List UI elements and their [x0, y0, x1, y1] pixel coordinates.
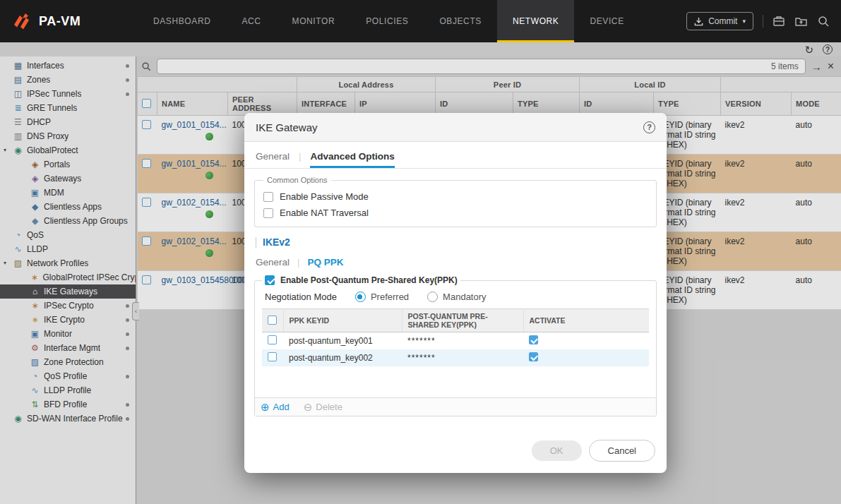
clear-filter-icon[interactable]: × [828, 61, 834, 72]
add-ppk-button[interactable]: ⊕ Add [261, 402, 290, 412]
gateway-link[interactable]: gw_0102_0154... [162, 198, 227, 208]
col-peer-address[interactable]: PEER ADDRESS [228, 92, 297, 116]
gateway-link[interactable]: gw_0103_01545800004 [162, 275, 253, 285]
sidebar-item-label: IPSec Crypto [44, 301, 94, 311]
gateway-link[interactable]: gw_0101_0154... [162, 159, 227, 169]
sidebar-item-ike-gateways[interactable]: ⌂IKE Gateways [0, 284, 136, 299]
col-local-id[interactable]: ID [580, 92, 654, 116]
sidebar-item-label: Monitor [44, 329, 72, 339]
enable-passive-mode-checkbox[interactable] [263, 192, 273, 202]
sidebar-item-qos[interactable]: ◔QoS [0, 228, 136, 242]
row-checkbox[interactable] [142, 159, 151, 168]
sidebar-item-ipsec-crypto[interactable]: ∗IPSec Crypto [0, 299, 136, 313]
sidebar-item-gre-tunnels[interactable]: ≣GRE Tunnels [0, 101, 136, 115]
ike-gateway-dialog: IKE Gateway ? General | Advanced Options… [244, 113, 667, 473]
sidebar-item-portals[interactable]: ◈Portals [0, 157, 136, 172]
col-peer-id[interactable]: ID [436, 92, 513, 116]
gateway-name-cell: gw_0103_01545800004 [157, 271, 228, 310]
nav-item-network[interactable]: NETWORK [497, 0, 575, 42]
apply-filter-icon[interactable]: → [811, 61, 822, 73]
nav-item-acc[interactable]: ACC [226, 0, 276, 42]
sidebar-item-interfaces[interactable]: ▦Interfaces [0, 59, 136, 73]
sidebar-item-sd-wan-interface-profile[interactable]: ◉SD-WAN Interface Profile [0, 412, 136, 426]
search-icon[interactable] [817, 15, 830, 28]
dialog-tabs: General | Advanced Options [244, 142, 667, 169]
row-checkbox[interactable] [142, 236, 151, 246]
help-icon[interactable]: ? [823, 44, 833, 54]
sidebar-item-lldp[interactable]: ∿LLDP [0, 242, 136, 256]
sidebar-item-zone-protection[interactable]: ▨Zone Protection [0, 355, 136, 369]
commit-button[interactable]: Commit ▾ [686, 12, 753, 30]
ok-button[interactable]: OK [532, 440, 582, 461]
ppk-activate-checkbox[interactable] [529, 352, 538, 361]
sidebar-item-clientless-apps[interactable]: ◆Clientless Apps [0, 200, 136, 214]
delete-ppk-button[interactable]: ⊖ Delete [304, 402, 342, 412]
sidebar-item-label: Portals [44, 160, 70, 169]
subtab-pq-ppk[interactable]: PQ PPK [308, 257, 344, 268]
row-checkbox[interactable] [142, 275, 151, 284]
nav-item-device[interactable]: DEVICE [574, 0, 639, 42]
gateway-link[interactable]: gw_0101_0154... [162, 120, 227, 130]
ppk-row-checkbox[interactable] [268, 335, 277, 344]
col-interface[interactable]: INTERFACE [297, 92, 355, 116]
nav-item-monitor[interactable]: MONITOR [277, 0, 351, 42]
sidebar-item-dns-proxy[interactable]: ▥DNS Proxy [0, 129, 136, 143]
clientless-apps-icon: ◆ [30, 203, 40, 211]
sidebar-item-bfd-profile[interactable]: ⇅BFD Profile [0, 397, 136, 412]
row-checkbox[interactable] [142, 198, 151, 207]
sidebar-item-mdm[interactable]: ▣MDM [0, 186, 136, 200]
sidebar-item-qos-profile[interactable]: ◔QoS Profile [0, 369, 136, 383]
chevron-down-icon[interactable]: ▾ [4, 260, 6, 266]
enable-ppk-checkbox[interactable] [265, 275, 275, 285]
chevron-down-icon[interactable]: ▾ [4, 147, 6, 153]
nav-item-objects[interactable]: OBJECTS [424, 0, 497, 42]
sidebar-item-ike-crypto[interactable]: ∗IKE Crypto [0, 313, 136, 327]
gateway-link[interactable]: gw_0102_0154... [162, 236, 227, 246]
sidebar-item-monitor[interactable]: ▣Monitor [0, 327, 136, 341]
filter-search-input[interactable] [164, 61, 771, 71]
sidebar-collapse-handle[interactable]: ‹ [132, 302, 139, 320]
col-peer-id-type[interactable]: TYPE [513, 92, 580, 116]
config-operations-icon[interactable] [794, 15, 808, 28]
ppk-select-all-checkbox[interactable] [268, 316, 277, 325]
sidebar-item-dhcp[interactable]: ☰DHCP [0, 115, 136, 129]
sidebar-item-label: Gateways [44, 174, 81, 184]
sidebar-item-label: LLDP Profile [44, 385, 91, 395]
ppk-activate-checkbox[interactable] [529, 335, 538, 344]
negotiation-preferred-radio[interactable]: Preferred [355, 292, 409, 302]
dialog-help-icon[interactable]: ? [643, 121, 655, 133]
select-all-checkbox[interactable] [142, 99, 151, 108]
sidebar-item-interface-mgmt[interactable]: ⚙Interface Mgmt [0, 341, 136, 355]
negotiation-mandatory-radio[interactable]: Mandatory [427, 292, 486, 302]
subtab-general[interactable]: General [256, 257, 290, 268]
row-checkbox[interactable] [142, 120, 151, 129]
refresh-icon[interactable]: ↻ [804, 44, 813, 55]
cancel-button[interactable]: Cancel [589, 440, 655, 462]
nav-item-policies[interactable]: POLICIES [350, 0, 424, 42]
sidebar-item-globalprotect-ipsec-crypto[interactable]: ∗GlobalProtect IPSec Crypto [0, 270, 136, 284]
sidebar-item-lldp-profile[interactable]: ∿LLDP Profile [0, 383, 136, 397]
col-ip[interactable]: IP [355, 92, 436, 116]
enable-nat-traversal-checkbox[interactable] [263, 208, 273, 218]
col-name[interactable]: NAME [157, 92, 228, 116]
col-local-id-type[interactable]: TYPE [654, 92, 721, 116]
ppk-col-key[interactable]: POST-QUANTUM PRE-SHARED KEY(PPK) [402, 309, 523, 332]
sidebar: ▦Interfaces▤Zones◫IPSec Tunnels≣GRE Tunn… [0, 56, 136, 504]
sidebar-item-network-profiles[interactable]: ▾▧Network Profiles [0, 256, 136, 270]
task-manager-icon[interactable] [773, 15, 785, 28]
tab-advanced-options[interactable]: Advanced Options [310, 151, 394, 168]
col-version[interactable]: VERSION [721, 92, 792, 116]
top-navbar: PA-VM DASHBOARDACCMONITORPOLICIESOBJECTS… [0, 0, 841, 42]
ppk-col-keyid[interactable]: PPK KEYID [283, 309, 402, 332]
filter-search-icon [141, 61, 151, 71]
tab-general[interactable]: General [256, 151, 290, 168]
nav-item-dashboard[interactable]: DASHBOARD [138, 0, 226, 42]
sidebar-item-clientless-app-groups[interactable]: ◆Clientless App Groups [0, 214, 136, 228]
sidebar-item-globalprotect[interactable]: ▾◉GlobalProtect [0, 143, 136, 157]
sidebar-item-gateways[interactable]: ◈Gateways [0, 172, 136, 186]
sidebar-item-zones[interactable]: ▤Zones [0, 73, 136, 87]
ppk-row-checkbox[interactable] [268, 352, 277, 361]
sidebar-item-ipsec-tunnels[interactable]: ◫IPSec Tunnels [0, 87, 136, 101]
ppk-col-activate[interactable]: ACTIVATE [523, 309, 649, 332]
col-mode[interactable]: MODE [792, 92, 841, 116]
